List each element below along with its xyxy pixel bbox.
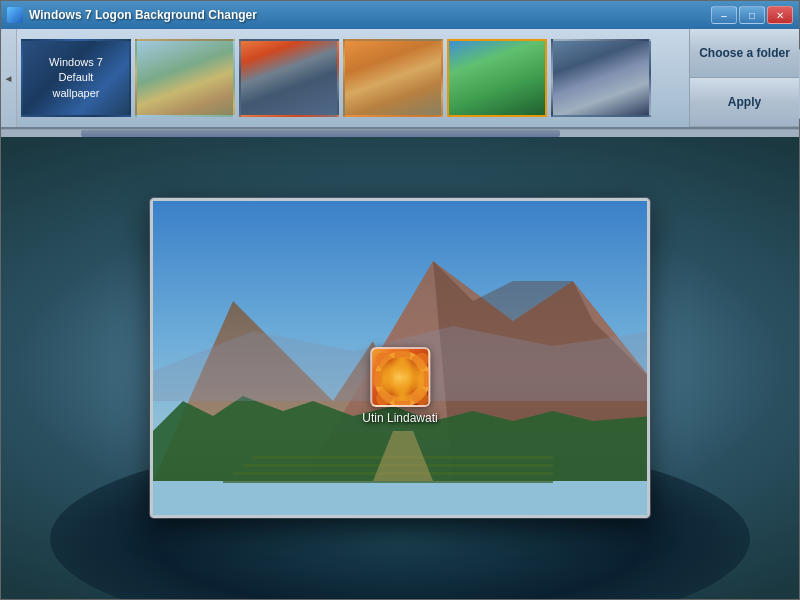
svg-point-15 <box>372 371 392 387</box>
thumbnail-desert[interactable] <box>343 39 443 117</box>
window-controls: – □ ✕ <box>711 6 793 24</box>
svg-point-20 <box>388 365 416 393</box>
main-content: Utin Lindawati <box>1 137 799 599</box>
app-window: Windows 7 Logon Background Changer – □ ✕… <box>0 0 800 600</box>
thumbnail-elephant[interactable] <box>135 39 235 117</box>
preview-wallpaper: Utin Lindawati <box>153 201 647 515</box>
thumbnail-scrollbar[interactable] <box>1 129 799 137</box>
action-panel: Choose a folder Apply Settings <box>689 29 799 127</box>
svg-point-12 <box>394 349 410 369</box>
thumbnail-waterfall[interactable] <box>551 39 651 117</box>
svg-point-21 <box>394 371 410 387</box>
scrollbar-thumb <box>81 130 560 137</box>
close-button[interactable]: ✕ <box>767 6 793 24</box>
thumbnail-green[interactable] <box>447 39 547 117</box>
username-label: Utin Lindawati <box>362 411 437 425</box>
svg-point-11 <box>374 351 430 407</box>
thumbnail-coast[interactable] <box>239 39 339 117</box>
scroll-left-button[interactable]: ◄ <box>1 29 17 127</box>
titlebar: Windows 7 Logon Background Changer – □ ✕ <box>1 1 799 29</box>
svg-point-14 <box>394 389 410 407</box>
thumbnail-bar: ◄ Windows 7 Default wallpaper ► Choose a… <box>1 29 799 129</box>
choose-folder-button[interactable]: Choose a folder <box>690 29 799 78</box>
user-avatar-area: Utin Lindawati <box>362 347 437 425</box>
window-title: Windows 7 Logon Background Changer <box>29 8 705 22</box>
thumbnail-default[interactable]: Windows 7 Default wallpaper <box>21 39 131 117</box>
default-wallpaper-label: Windows 7 Default wallpaper <box>49 55 103 101</box>
minimize-button[interactable]: – <box>711 6 737 24</box>
thumbnails-container: Windows 7 Default wallpaper <box>17 29 783 127</box>
user-avatar-icon <box>370 347 430 407</box>
maximize-button[interactable]: □ <box>739 6 765 24</box>
apply-button[interactable]: Apply <box>690 78 799 127</box>
preview-screen: Utin Lindawati <box>150 198 650 518</box>
svg-point-13 <box>412 371 430 387</box>
app-icon <box>7 7 23 23</box>
